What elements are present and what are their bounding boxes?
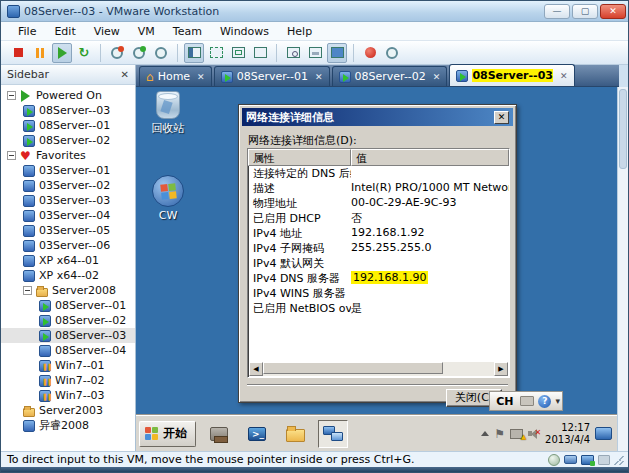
sidebar-item-03server-03[interactable]: 03Server--03 xyxy=(1,193,135,208)
sidebar-item--2008[interactable]: 异睿2008 xyxy=(1,418,135,433)
sidebar-item-xp-x64-01[interactable]: XP x64--01 xyxy=(1,253,135,268)
tab-close-icon[interactable]: ✕ xyxy=(433,72,441,82)
show-sidebar-button-icon[interactable] xyxy=(184,43,204,63)
tab-08server-03[interactable]: 08Server--03✕ xyxy=(449,64,574,86)
sidebar-item-win7-01[interactable]: Win7--01 xyxy=(1,358,135,373)
scroll-left-icon[interactable]: ◀ xyxy=(249,362,263,376)
table-row[interactable]: IPv4 地址192.168.1.92 xyxy=(248,226,509,241)
scrollbar-thumb[interactable] xyxy=(263,362,443,374)
network-connection-button[interactable] xyxy=(318,420,348,448)
minimize-button[interactable]: — xyxy=(544,4,570,19)
vm-console[interactable]: 回收站 CW 网络连接详细信息 ✕ 网络连接详细信息(D): 属性 值 连接特定… xyxy=(136,87,619,451)
sidebar-item-server2003[interactable]: Server2003 xyxy=(1,403,135,418)
language-indicator[interactable]: CH xyxy=(493,395,516,408)
console-view-button-icon[interactable] xyxy=(327,43,347,63)
menu-item-edit[interactable]: Edit xyxy=(45,23,84,40)
power-off-button-icon[interactable] xyxy=(8,43,28,63)
power-on-button-icon[interactable] xyxy=(52,43,72,63)
table-row[interactable]: 描述Intel(R) PRO/1000 MT Network Conn xyxy=(248,181,509,196)
table-row[interactable]: IPv4 默认网关 xyxy=(248,256,509,271)
network-adapter-device-icon[interactable] xyxy=(581,455,594,465)
appliance-view-button-icon[interactable] xyxy=(305,43,325,63)
column-header-property[interactable]: 属性 xyxy=(248,149,351,166)
reset-button-icon[interactable]: ↻ xyxy=(74,43,94,63)
maximize-button[interactable]: ▢ xyxy=(572,4,598,19)
sidebar-item-08server-01[interactable]: 08Server--01 xyxy=(1,298,135,313)
tab-close-icon[interactable]: ✕ xyxy=(560,71,568,81)
sidebar-item-powered-on[interactable]: Powered On xyxy=(1,88,135,103)
dialog-close-icon[interactable]: ✕ xyxy=(494,111,509,124)
tab-08server-02[interactable]: 08Server--02✕ xyxy=(332,66,448,86)
snapshot-manager-button-icon[interactable] xyxy=(151,43,171,63)
table-row[interactable]: IPv4 DNS 服务器192.168.1.90 xyxy=(248,271,509,286)
take-snapshot-button-icon[interactable] xyxy=(107,43,127,63)
tree-expander-icon[interactable] xyxy=(23,286,32,295)
network-warning-icon[interactable] xyxy=(510,429,523,439)
suspend-button-icon[interactable] xyxy=(30,43,50,63)
tab-close-icon[interactable]: ✕ xyxy=(315,72,323,82)
show-hidden-icons-icon[interactable] xyxy=(481,431,489,436)
close-button[interactable]: ✕ xyxy=(600,4,626,19)
sidebar-item-favorites[interactable]: ♥Favorites xyxy=(1,148,135,163)
menu-item-view[interactable]: View xyxy=(85,23,129,40)
replay-button-icon[interactable] xyxy=(382,43,402,63)
sidebar-item-03server-04[interactable]: 03Server--04 xyxy=(1,208,135,223)
table-row[interactable]: 物理地址00-0C-29-AE-9C-93 xyxy=(248,196,509,211)
start-button[interactable]: 开始 xyxy=(139,421,196,447)
fullscreen-button-icon[interactable] xyxy=(250,43,270,63)
message-log-icon[interactable] xyxy=(598,455,610,465)
action-center-flag-icon[interactable]: ⚑ xyxy=(494,428,505,440)
sidebar-item-03server-05[interactable]: 03Server--05 xyxy=(1,223,135,238)
unity-button-icon[interactable] xyxy=(283,43,303,63)
show-desktop-icon[interactable] xyxy=(595,427,612,440)
tab-08server-01[interactable]: 08Server--01✕ xyxy=(214,66,330,86)
menu-item-file[interactable]: File xyxy=(9,23,45,40)
sidebar-item-win7-02[interactable]: Win7--02 xyxy=(1,373,135,388)
fit-guest-button-icon[interactable] xyxy=(206,43,226,63)
menu-item-team[interactable]: Team xyxy=(164,23,211,40)
server-manager-button[interactable] xyxy=(204,420,234,448)
sidebar-item-03server-02[interactable]: 03Server--02 xyxy=(1,178,135,193)
column-header-value[interactable]: 值 xyxy=(351,149,509,166)
volume-muted-icon[interactable] xyxy=(528,428,540,439)
menu-item-help[interactable]: Help xyxy=(278,23,321,40)
sidebar-item-03server-01[interactable]: 03Server--01 xyxy=(1,163,135,178)
sidebar-item-08server-01[interactable]: 08Server--01 xyxy=(1,118,135,133)
table-row[interactable]: 已启用 NetBIOS ove...是 xyxy=(248,301,509,316)
tab-close-icon[interactable]: ✕ xyxy=(197,72,205,82)
scroll-right-icon[interactable]: ▶ xyxy=(494,362,508,376)
desktop-icon-cw[interactable]: CW xyxy=(140,175,196,222)
harddisk-device-icon[interactable] xyxy=(564,455,577,464)
menu-item-vm[interactable]: VM xyxy=(129,23,164,40)
revert-snapshot-button-icon[interactable] xyxy=(129,43,149,63)
resize-grip[interactable] xyxy=(614,455,624,465)
language-options-icon[interactable]: ▾ xyxy=(555,396,559,406)
sidebar-item-xp-x64-02[interactable]: XP x64--02 xyxy=(1,268,135,283)
explorer-button[interactable] xyxy=(280,420,310,448)
horizontal-scrollbar[interactable]: ◀ ▶ xyxy=(249,362,508,376)
table-row[interactable]: IPv4 WINS 服务器 xyxy=(248,286,509,301)
tab-home[interactable]: ⌂Home✕ xyxy=(139,66,212,86)
sidebar-item-server2008[interactable]: Server2008 xyxy=(1,283,135,298)
sidebar-item-08server-03[interactable]: 08Server--03 xyxy=(1,328,135,343)
sidebar-item-03server-06[interactable]: 03Server--06 xyxy=(1,238,135,253)
sidebar-item-08server-03[interactable]: 08Server--03 xyxy=(1,103,135,118)
sidebar-item-win7-03[interactable]: Win7--03 xyxy=(1,388,135,403)
dialog-titlebar[interactable]: 网络连接详细信息 ✕ xyxy=(242,108,513,126)
table-row[interactable]: IPv4 子网掩码255.255.255.0 xyxy=(248,241,509,256)
console-vertical-scrollbar[interactable] xyxy=(617,87,628,451)
sidebar-item-08server-04[interactable]: 08Server--04 xyxy=(1,343,135,358)
scrollbar-thumb[interactable] xyxy=(619,89,627,169)
desktop-icon-recycle-bin[interactable]: 回收站 xyxy=(140,91,196,136)
keyboard-icon[interactable] xyxy=(520,396,534,406)
sidebar-item-08server-02[interactable]: 08Server--02 xyxy=(1,133,135,148)
table-row[interactable]: 已启用 DHCP否 xyxy=(248,211,509,226)
fit-window-button-icon[interactable] xyxy=(228,43,248,63)
sidebar-item-08server-02[interactable]: 08Server--02 xyxy=(1,313,135,328)
table-row[interactable]: 连接特定的 DNS 后缀 xyxy=(248,166,509,181)
menu-item-windows[interactable]: Windows xyxy=(211,23,278,40)
tree-expander-icon[interactable] xyxy=(7,91,16,100)
sidebar-close-icon[interactable]: ✕ xyxy=(121,69,129,80)
cdrom-device-icon[interactable] xyxy=(548,454,560,466)
tree-expander-icon[interactable] xyxy=(7,151,16,160)
